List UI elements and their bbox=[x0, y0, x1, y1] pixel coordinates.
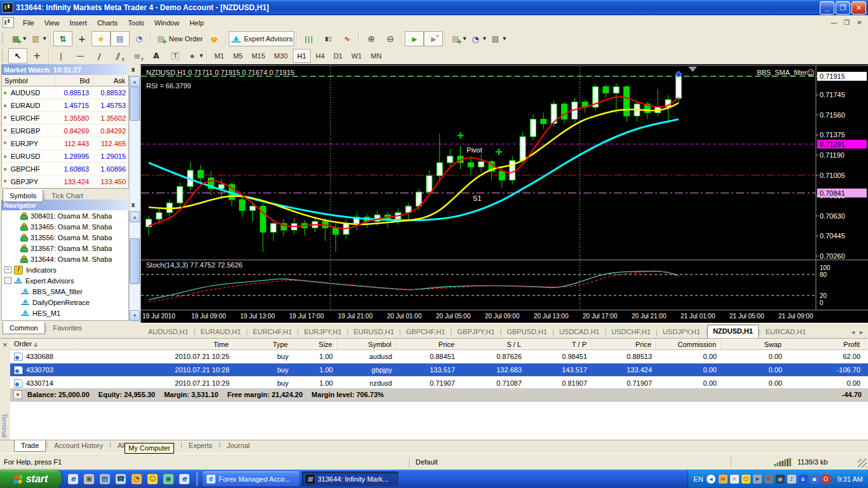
cursor-button[interactable] bbox=[8, 48, 27, 64]
phone-icon[interactable]: ☎ bbox=[116, 474, 126, 484]
text-button[interactable] bbox=[147, 48, 166, 64]
timeframe-w1[interactable]: W1 bbox=[348, 50, 366, 62]
tray-chevron-icon[interactable]: ◄ bbox=[707, 475, 715, 484]
task-browser[interactable]: eForex Managed Acco... bbox=[203, 471, 299, 486]
terminal-button[interactable] bbox=[111, 31, 130, 46]
text-label-button[interactable] bbox=[166, 48, 185, 64]
chart-window[interactable]: NZDUSD,H1 0.71711 0.71915 0.71674 0.7191… bbox=[140, 64, 868, 323]
navigator-item-313644-osama-m-shaba[interactable]: 313644: Osama M. Shaba bbox=[2, 254, 128, 264]
minimize-button[interactable]: _ bbox=[820, 1, 834, 15]
arrows-button[interactable]: ▼ bbox=[185, 48, 205, 64]
navigator-item-308401-osama-m-shaba[interactable]: 308401: Osama M. Shaba bbox=[2, 210, 128, 221]
mail-icon[interactable]: ✉ bbox=[719, 475, 728, 484]
navigator-item-indicators[interactable]: +fIndicators bbox=[2, 264, 128, 275]
tab-favorites[interactable]: Favorites bbox=[46, 322, 88, 334]
navigator-item-313465-osama-m-shaba[interactable]: 313465: Osama M. Shaba bbox=[2, 221, 128, 232]
fibonacci-button[interactable] bbox=[128, 48, 147, 64]
mdi-minimize-button[interactable]: — bbox=[828, 17, 840, 28]
task-metatrader[interactable]: ▦313644: Infinity Mark... bbox=[302, 471, 398, 486]
new-chart-button[interactable]: ▼ bbox=[8, 31, 28, 46]
orders-header[interactable]: Order ▵TimeTypeSizeSymbolPriceS / LT / P… bbox=[10, 339, 868, 350]
market-watch-row[interactable]: ▲EURUSD1.289951.29015 bbox=[2, 150, 128, 163]
timeframe-m15[interactable]: M15 bbox=[248, 50, 269, 62]
menu-help[interactable]: Help bbox=[184, 17, 209, 29]
auto-scroll-button[interactable] bbox=[405, 31, 424, 46]
messenger-icon[interactable]: ✕ bbox=[730, 475, 739, 484]
menu-view[interactable]: View bbox=[39, 17, 65, 29]
navigator-close-icon[interactable]: x bbox=[129, 201, 137, 209]
internet-explorer-icon[interactable]: e bbox=[68, 474, 78, 484]
timeframe-m30[interactable]: M30 bbox=[270, 50, 291, 62]
market-watch-row[interactable]: ▲AUDUSD0.885130.88532 bbox=[2, 86, 128, 99]
terminal-tab-account-history[interactable]: Account History bbox=[48, 440, 109, 451]
status-profile[interactable]: Default bbox=[410, 458, 731, 466]
printer-icon[interactable]: ▣ bbox=[84, 474, 94, 484]
navigator-item-expert-advisors[interactable]: -Expert Advisors bbox=[2, 275, 128, 286]
navigator-item-dailyopenretrace[interactable]: DailyOpenRetrace bbox=[2, 297, 128, 308]
market-watch-title[interactable]: Market Watch: 10:31:27 bbox=[1, 64, 128, 75]
metaeditor-button[interactable] bbox=[205, 31, 224, 46]
chart-tab-euraud-h1[interactable]: EURAUD,H1 bbox=[195, 326, 246, 338]
market-watch-row[interactable]: ▼EURCHF1.355801.35602 bbox=[2, 112, 128, 125]
vertical-line-button[interactable] bbox=[51, 48, 71, 64]
chart-tab-audusd-h1[interactable]: AUDUSD,H1 bbox=[143, 326, 194, 338]
bar-chart-button[interactable] bbox=[299, 31, 318, 46]
security-icon[interactable]: O bbox=[822, 475, 831, 484]
menu-window[interactable]: Window bbox=[149, 17, 184, 29]
chart-tab-gbpjpy-h1[interactable]: GBPJPY,H1 bbox=[452, 326, 499, 338]
navigator-item-bbs-sma-filter[interactable]: BBS_SMA_filter bbox=[2, 286, 128, 297]
expand-icon[interactable]: - bbox=[4, 277, 11, 284]
market-watch-row[interactable]: ▲GBPCHF1.608631.60896 bbox=[2, 163, 128, 175]
terminal-tab-experts[interactable]: Experts bbox=[182, 440, 219, 451]
order-row[interactable]: 43306882010.07.21 10:25buy1.00audusd0.88… bbox=[10, 350, 868, 363]
launcher-icon[interactable]: ➤ bbox=[753, 475, 762, 484]
chart-menu-icon[interactable] bbox=[3, 17, 14, 28]
scroll-up-icon[interactable]: ▲ bbox=[130, 76, 140, 87]
candlestick-chart-button[interactable] bbox=[318, 31, 337, 46]
title-bar[interactable]: 313644: Infinity Markets Meta Trader 4 -… bbox=[0, 0, 868, 15]
timeframe-m5[interactable]: M5 bbox=[229, 50, 247, 62]
smiley-icon[interactable]: ☺ bbox=[742, 475, 750, 484]
chart-shift-button[interactable] bbox=[424, 31, 443, 46]
bluetooth-icon[interactable]: ʙ bbox=[799, 475, 808, 484]
internet-explorer-2-icon[interactable]: e bbox=[179, 474, 189, 484]
close-button[interactable]: ✕ bbox=[851, 1, 866, 15]
mdi-restore-button[interactable]: ❐ bbox=[841, 17, 853, 28]
chart-tab-eurcad-h1[interactable]: EURCAD,H1 bbox=[761, 326, 811, 338]
toolbar-grip[interactable] bbox=[2, 50, 6, 62]
order-row[interactable]: 43307032010.07.21 10:28buy1.00gbpjpy133.… bbox=[10, 363, 868, 377]
menu-insert[interactable]: Insert bbox=[64, 17, 92, 29]
add-indicator-button[interactable]: ▼ bbox=[448, 31, 468, 46]
equidistant-channel-button[interactable] bbox=[109, 48, 128, 64]
navigator-button[interactable] bbox=[92, 31, 111, 46]
scroll-tabs-right-icon[interactable]: ▸ bbox=[860, 329, 863, 336]
expert-advisors-button[interactable]: Expert Advisors bbox=[229, 31, 294, 46]
app-icon[interactable]: ▪ bbox=[810, 475, 819, 484]
menu-charts[interactable]: Charts bbox=[92, 17, 123, 29]
toolbar-grip[interactable] bbox=[2, 33, 6, 44]
chart-tab-eurchf-h1[interactable]: EURCHF,H1 bbox=[248, 326, 297, 338]
chart-tab-eurjpy-h1[interactable]: EURJPY,H1 bbox=[299, 326, 346, 338]
language-indicator[interactable]: EN bbox=[693, 475, 703, 483]
market-watch-row[interactable]: ▼EURGBP0.842690.84292 bbox=[2, 125, 128, 137]
scroll-up-icon[interactable]: ▲ bbox=[130, 212, 140, 222]
line-chart-button[interactable] bbox=[337, 31, 356, 46]
volume-icon[interactable]: ♪ bbox=[787, 475, 796, 484]
terminal-close-icon[interactable]: ✕ bbox=[1, 341, 9, 349]
resize-grip[interactable] bbox=[858, 459, 867, 468]
messenger-smiley-icon[interactable]: ☺ bbox=[147, 474, 158, 484]
timeframe-mn[interactable]: MN bbox=[367, 50, 385, 62]
chart-tab-usdcad-h1[interactable]: USDCAD,H1 bbox=[554, 326, 605, 338]
market-watch-row[interactable]: ▲EURAUD1.457151.45753 bbox=[2, 99, 128, 112]
market-watch-row[interactable]: ▼EURJPY112.443112.465 bbox=[2, 137, 128, 150]
tab-common[interactable]: Common bbox=[3, 322, 45, 334]
new-order-button[interactable]: New Order bbox=[154, 31, 205, 46]
horizontal-line-button[interactable] bbox=[71, 48, 90, 64]
navigator-item-313556-osama-m-shaba[interactable]: 313556: Osama M. Shaba bbox=[2, 232, 128, 243]
network-error-icon[interactable]: ✕ bbox=[764, 475, 773, 484]
timeframe-m1[interactable]: M1 bbox=[210, 50, 227, 62]
crosshair-button[interactable] bbox=[27, 48, 46, 64]
chart-tab-gbpusd-h1[interactable]: GBPUSD,H1 bbox=[501, 326, 552, 338]
navigator-item-313567-osama-m-shaba[interactable]: 313567: Osama M. Shaba bbox=[2, 243, 128, 254]
scroll-down-icon[interactable]: ▼ bbox=[130, 310, 140, 321]
